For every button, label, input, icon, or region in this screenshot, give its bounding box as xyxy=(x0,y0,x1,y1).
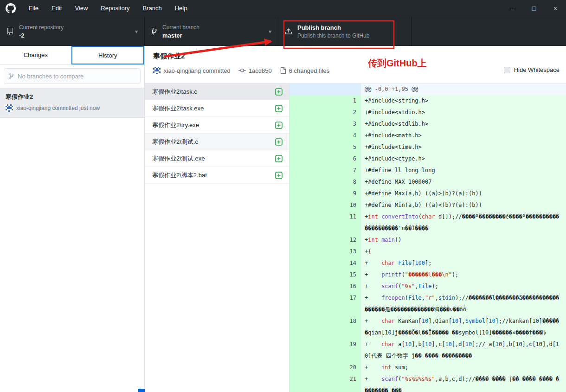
menu-file[interactable]: File xyxy=(22,0,45,17)
diff-gutter-new: 5 xyxy=(325,141,361,153)
menu-repository[interactable]: Repository xyxy=(94,0,136,17)
minimize-button[interactable]: – xyxy=(502,0,523,17)
diff-code: +#include<math.h> xyxy=(361,130,566,141)
diff-gutter-new: 13 xyxy=(325,246,361,257)
code-segment: ( xyxy=(418,213,422,220)
menu-view[interactable]: View xyxy=(68,0,94,17)
current-repository-value: -2 xyxy=(19,32,64,39)
diff-code: +int main() xyxy=(361,234,566,246)
current-repository-dropdown[interactable]: Current repository -2 ▾ xyxy=(0,17,145,46)
diff-line: 17+ freopen(File,"r",stdin);//�������l��… xyxy=(289,292,566,315)
code-segment: ( xyxy=(405,295,408,301)
code-segment: char xyxy=(381,260,398,266)
file-icon xyxy=(280,67,286,74)
publish-branch-button[interactable]: Publish branch Publish this branch to Gi… xyxy=(278,17,412,46)
code-segment: + xyxy=(365,364,381,371)
commit-hash[interactable]: 1acd850 xyxy=(249,67,272,74)
diff-gutter-old xyxy=(289,234,325,246)
diff-code: + int sum; xyxy=(361,362,566,373)
tab-changes[interactable]: Changes xyxy=(0,46,71,64)
diff-gutter-old xyxy=(289,118,325,130)
tab-history[interactable]: History xyxy=(71,46,145,64)
titlebar: File Edit View Repository Branch Help – … xyxy=(0,0,566,17)
file-name: 寒假作业2\try.exe xyxy=(152,121,271,129)
file-row[interactable]: 寒假作业2\task.exe xyxy=(145,100,289,117)
code-segment: ],c[ xyxy=(432,341,445,347)
file-name: 寒假作业2\脚本2.bat xyxy=(152,171,271,180)
diff-gutter-old xyxy=(289,315,325,339)
code-segment: int xyxy=(368,237,381,243)
diff-gutter-old xyxy=(289,130,325,141)
code-segment: File xyxy=(418,283,432,289)
diff-code: + char a[10],b[10],c[10],d[10];// a[10],… xyxy=(361,339,566,362)
code-segment: ],Qian[ xyxy=(428,318,452,324)
code-segment: + xyxy=(365,260,381,266)
code-segment: main xyxy=(381,237,395,243)
hide-whitespace-control: Hide Whitespace xyxy=(504,66,560,73)
window-controls: – □ × xyxy=(502,0,566,17)
changed-files-count[interactable]: 6 changed files xyxy=(289,67,329,74)
avatar xyxy=(153,67,161,74)
diff-line: 20+ int sum; xyxy=(289,362,566,373)
diff-hunk-header: @@ -0,0 +1,95 @@ xyxy=(289,84,566,95)
diff-gutter-old xyxy=(289,199,325,211)
diff-line: 7+#define ll long long xyxy=(289,165,566,176)
code-segment: 10 xyxy=(489,318,495,324)
diff-gutter-new: 12 xyxy=(325,234,361,246)
current-branch-dropdown[interactable]: Current branch master ▾ xyxy=(145,17,278,46)
publish-branch-title: Publish branch xyxy=(297,24,369,31)
maximize-button[interactable]: □ xyxy=(523,0,545,17)
menu-edit[interactable]: Edit xyxy=(45,0,68,17)
diff-gutter-old xyxy=(289,165,325,176)
current-branch-label: Current branch xyxy=(162,24,199,31)
code-segment: char xyxy=(381,318,398,324)
hide-whitespace-checkbox[interactable] xyxy=(504,67,510,73)
diff-gutter-old xyxy=(289,373,325,392)
close-button[interactable]: × xyxy=(545,0,566,17)
diff-gutter-new: 7 xyxy=(325,165,361,176)
branch-compare-input[interactable] xyxy=(18,73,135,80)
diff-gutter-old xyxy=(289,281,325,292)
file-row[interactable]: 寒假作业2\try.exe xyxy=(145,117,289,134)
current-branch-value: master xyxy=(162,32,199,39)
diff-code: + scanf("%s%s%s%s",a,b,c,d);//���� ���� … xyxy=(361,373,566,392)
menu-branch[interactable]: Branch xyxy=(136,0,168,17)
diff-code: +#define ll long long xyxy=(361,165,566,176)
diff-line: 18+ char KanKan[10],Qian[10],Symbol[10];… xyxy=(289,315,566,339)
chevron-down-icon: ▾ xyxy=(269,28,271,35)
diff-gutter-old xyxy=(289,153,325,165)
diff-gutter-new: 9 xyxy=(325,188,361,199)
diff-line: 13+{ xyxy=(289,246,566,257)
diff-line: 9+#define Max(a,b) ((a)>(b)?(a):(b)) xyxy=(289,188,566,199)
code-segment: ], xyxy=(458,318,465,324)
code-segment: ]; xyxy=(425,260,431,266)
commit-list-item[interactable]: 寒假作业2 xiao-qingjiang committed just now xyxy=(0,88,144,118)
file-row[interactable]: 寒假作业2\测试.c xyxy=(145,134,289,150)
diff-gutter-new: 20 xyxy=(325,362,361,373)
diff-gutter-new: 10 xyxy=(325,199,361,211)
menu-help[interactable]: Help xyxy=(168,0,194,17)
code-segment: + xyxy=(365,295,381,301)
branch-compare-box[interactable] xyxy=(4,68,141,84)
sidebar-scrollbar-thumb[interactable] xyxy=(138,389,145,392)
toolbar: Current repository -2 ▾ Current branch m… xyxy=(0,17,566,46)
code-segment: scanf xyxy=(381,283,398,289)
git-commit-icon xyxy=(238,67,246,74)
file-row[interactable]: 寒假作业2\脚本2.bat xyxy=(145,167,289,184)
file-row[interactable]: 寒假作业2\测试.exe xyxy=(145,150,289,167)
code-segment: +#include<ctype.h> xyxy=(365,155,425,162)
diff-line: 5+#include<time.h> xyxy=(289,141,566,153)
commit-author: xiao-qingjiang committed xyxy=(164,67,231,74)
diff-line: 4+#include<math.h> xyxy=(289,130,566,141)
diff-gutter-new xyxy=(325,84,361,95)
file-added-icon xyxy=(275,155,283,162)
code-segment: +#include<time.h> xyxy=(365,144,422,150)
code-segment: File xyxy=(398,260,412,266)
diff-code: +#define MAX 1000007 xyxy=(361,176,566,188)
diff-gutter-new: 11 xyxy=(325,211,361,234)
diff-gutter-old xyxy=(289,246,325,257)
code-segment: char xyxy=(422,213,435,220)
file-row[interactable]: 寒假作业2\task.c xyxy=(145,84,289,100)
diff-gutter-new: 1 xyxy=(325,95,361,107)
code-segment: +#define MAX 1000007 xyxy=(365,179,432,185)
